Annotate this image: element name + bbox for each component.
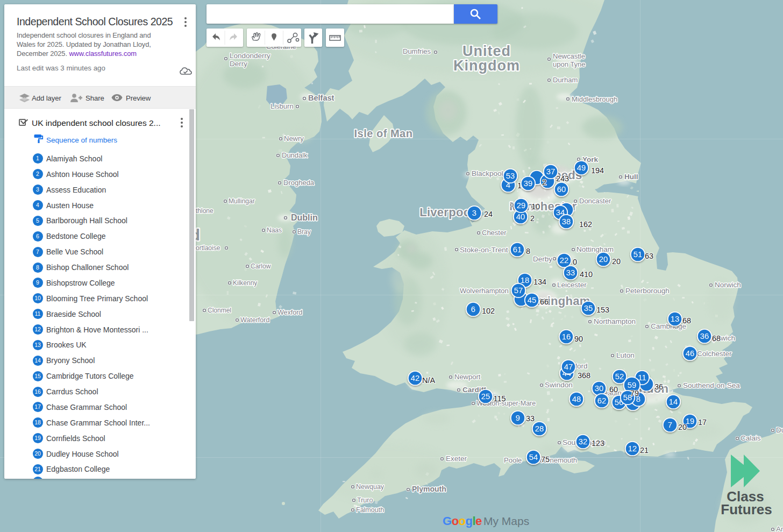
svg-text:Newcastle: Newcastle — [553, 52, 585, 60]
svg-text:Waterford: Waterford — [240, 316, 269, 324]
svg-text:Kilkenny: Kilkenny — [233, 279, 257, 287]
svg-text:6: 6 — [471, 304, 475, 314]
svg-text:Luton: Luton — [616, 351, 635, 359]
svg-text:30: 30 — [595, 384, 604, 393]
svg-text:63: 63 — [645, 252, 653, 260]
svg-text:United: United — [462, 43, 511, 59]
svg-text:Blackpool: Blackpool — [472, 169, 503, 178]
svg-text:46: 46 — [686, 349, 695, 358]
svg-text:75: 75 — [541, 455, 550, 464]
svg-text:Mullingar: Mullingar — [229, 197, 255, 205]
svg-text:60: 60 — [557, 185, 566, 194]
svg-text:12: 12 — [628, 444, 637, 453]
svg-text:42: 42 — [411, 373, 420, 382]
svg-text:thlone: thlone — [196, 207, 213, 215]
svg-text:60: 60 — [609, 385, 618, 394]
svg-text:40: 40 — [516, 212, 525, 221]
svg-text:20: 20 — [678, 423, 687, 431]
svg-text:16: 16 — [562, 332, 571, 341]
svg-text:Hull: Hull — [624, 173, 638, 181]
svg-text:Calais: Calais — [741, 434, 761, 442]
svg-text:N/A: N/A — [422, 376, 436, 385]
svg-text:Falmouth: Falmouth — [356, 506, 384, 514]
svg-text:Futures: Futures — [721, 501, 772, 517]
svg-text:Dumfries: Dumfries — [403, 47, 431, 55]
svg-text:Newport: Newport — [454, 373, 481, 381]
svg-text:22: 22 — [560, 256, 569, 265]
svg-text:14: 14 — [669, 397, 678, 406]
svg-text:134: 134 — [533, 278, 546, 286]
svg-text:25: 25 — [481, 392, 490, 401]
svg-text:48: 48 — [572, 394, 581, 403]
svg-text:Londonderry: Londonderry — [230, 52, 271, 60]
svg-text:153: 153 — [596, 306, 609, 314]
svg-text:123: 123 — [592, 439, 604, 448]
svg-text:Colchester: Colchester — [697, 350, 732, 358]
svg-text:29: 29 — [517, 201, 526, 210]
svg-text:Naas: Naas — [267, 226, 282, 234]
svg-text:33: 33 — [526, 414, 535, 423]
svg-text:13: 13 — [671, 314, 680, 323]
svg-text:194: 194 — [591, 166, 604, 175]
svg-text:Newquay: Newquay — [356, 483, 385, 491]
svg-text:32: 32 — [579, 437, 588, 446]
svg-text:68: 68 — [682, 316, 691, 325]
svg-text:Belfast: Belfast — [308, 94, 334, 102]
svg-text:19: 19 — [686, 416, 695, 425]
svg-text:59: 59 — [628, 380, 637, 389]
svg-text:115: 115 — [493, 394, 506, 403]
svg-text:Norwich: Norwich — [715, 281, 741, 289]
svg-text:2: 2 — [542, 178, 546, 187]
svg-text:Carlow: Carlow — [251, 263, 271, 270]
svg-text:Durham: Durham — [553, 76, 578, 84]
svg-text:Middlesbrough: Middlesbrough — [572, 95, 617, 103]
svg-text:51: 51 — [633, 250, 643, 259]
svg-text:Dublin: Dublin — [291, 213, 318, 222]
svg-text:Swindon: Swindon — [545, 381, 573, 389]
svg-text:Wexford: Wexford — [277, 309, 302, 316]
svg-text:102: 102 — [482, 307, 495, 315]
svg-text:2: 2 — [530, 214, 535, 223]
svg-text:Leicester: Leicester — [557, 281, 587, 289]
svg-text:54: 54 — [529, 452, 538, 462]
svg-text:Dundalk: Dundalk — [282, 151, 308, 159]
svg-text:8: 8 — [526, 247, 530, 256]
svg-text:Stoke-on-Trent: Stoke-on-Trent — [460, 246, 508, 254]
svg-text:Nottingham: Nottingham — [576, 245, 614, 253]
svg-text:Bray: Bray — [297, 228, 311, 236]
svg-text:37: 37 — [546, 167, 556, 176]
svg-text:410: 410 — [580, 270, 593, 279]
svg-text:10: 10 — [531, 202, 540, 211]
svg-text:368: 368 — [578, 371, 590, 380]
svg-text:Clonmel: Clonmel — [208, 307, 231, 314]
svg-text:53: 53 — [506, 171, 515, 180]
svg-text:ortlaoise: ortlaoise — [196, 244, 220, 252]
svg-text:24: 24 — [484, 210, 493, 218]
svg-text:Wolverhampton: Wolverhampton — [460, 287, 509, 295]
svg-text:21: 21 — [640, 446, 649, 455]
svg-text:35: 35 — [584, 303, 593, 313]
svg-text:Exeter: Exeter — [446, 455, 467, 463]
svg-text:20: 20 — [612, 257, 621, 266]
svg-text:49: 49 — [577, 163, 586, 172]
svg-text:57: 57 — [514, 286, 523, 295]
svg-text:79: 79 — [630, 389, 639, 398]
svg-text:39: 39 — [524, 179, 533, 188]
svg-text:Derry: Derry — [230, 60, 247, 68]
svg-text:My Maps: My Maps — [483, 515, 529, 527]
svg-text:Doncaster: Doncaster — [579, 197, 611, 205]
svg-text:62: 62 — [597, 396, 607, 405]
svg-text:33: 33 — [566, 268, 575, 277]
svg-text:45: 45 — [528, 295, 537, 304]
svg-text:243: 243 — [556, 174, 569, 183]
svg-text:66: 66 — [540, 297, 549, 306]
svg-text:Truro: Truro — [357, 496, 373, 504]
svg-text:Lisburn: Lisburn — [271, 102, 294, 110]
svg-text:Peterborough: Peterborough — [625, 287, 670, 295]
svg-text:3: 3 — [472, 208, 476, 217]
svg-text:Southend-on-Sea: Southend-on-Sea — [683, 381, 740, 389]
svg-text:Isle of Man: Isle of Man — [354, 127, 413, 139]
svg-text:Google: Google — [443, 514, 482, 528]
svg-text:Kingdom: Kingdom — [453, 58, 520, 74]
svg-text:Am: Am — [776, 525, 783, 532]
